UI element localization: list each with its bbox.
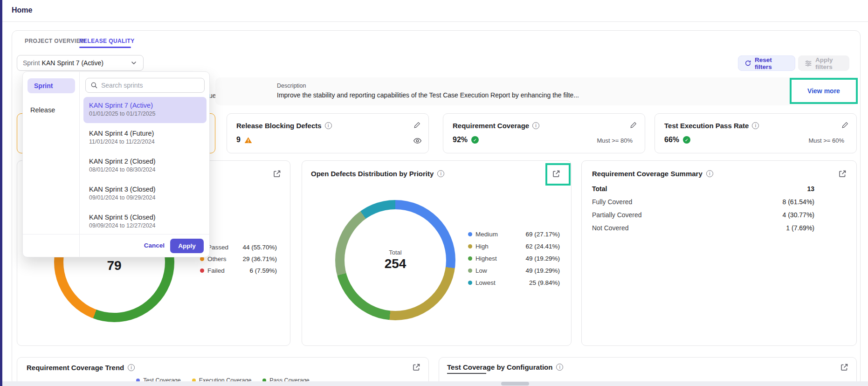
dropdown-category-release[interactable]: Release: [30, 106, 55, 114]
sprint-search-input[interactable]: [101, 82, 200, 89]
page: Home PROJECT OVERVIEW RELEASE QUALITY Sp…: [0, 0, 868, 386]
sprint-select-prefix: Sprint: [23, 59, 40, 67]
legend-dot: [200, 269, 204, 273]
kpi-card-test-execution-pass-rate: Test Execution Pass Ratei 66% ✓ Must >= …: [654, 113, 857, 153]
view-more-link[interactable]: View more: [807, 87, 840, 95]
page-title: Home: [12, 6, 32, 14]
donut-total-label: Total: [389, 249, 401, 256]
sprint-option-kan-sprint-3[interactable]: KAN Sprint 3 (Closed) 09/01/2024 to 09/2…: [83, 181, 207, 207]
legend-row: Medium69 (27.17%): [468, 231, 560, 238]
legend-row: Others29 (36.71%): [200, 255, 277, 262]
kpi-threshold: Must >= 60%: [808, 137, 844, 144]
reset-filters-button[interactable]: Reset filters: [738, 55, 795, 71]
legend-dot: [468, 281, 472, 285]
info-icon[interactable]: i: [325, 122, 332, 129]
highlight-box-expand-icon: [545, 163, 571, 186]
donut-legend: Passed44 (55.70%) Others29 (36.71%) Fail…: [200, 244, 277, 274]
window-edge-strip: [0, 0, 2, 386]
sprint-option-kan-sprint-2[interactable]: KAN Sprint 2 (Closed) 08/01/2024 to 08/3…: [83, 153, 207, 179]
refresh-icon: [744, 60, 751, 67]
edit-pencil-icon[interactable]: [841, 121, 849, 129]
kpi-card-release-blocking-defects: Release Blocking Defectsi 9: [227, 113, 429, 153]
donut-total-value: 79: [107, 258, 121, 273]
description-text: Improve the stability and reporting capa…: [277, 91, 579, 99]
top-bar: Home: [2, 0, 868, 22]
description-box: Description Improve the stability and re…: [215, 77, 857, 105]
legend-row: High62 (24.41%): [468, 243, 560, 250]
chart-title: Requirement Coverage Summary: [592, 170, 703, 178]
active-tab-underline: [79, 47, 131, 48]
legend-dot: [200, 257, 204, 261]
legend-dot: [468, 269, 472, 273]
external-link-icon[interactable]: [840, 363, 849, 372]
external-link-icon[interactable]: [272, 169, 282, 179]
dropdown-footer: Cancel Apply: [23, 234, 209, 257]
dropdown-category-rail: Sprint Release: [23, 72, 80, 257]
external-link-icon[interactable]: [412, 363, 421, 372]
tab-project-overview[interactable]: PROJECT OVERVIEW: [25, 38, 86, 44]
kpi-title: Requirement Coverage: [453, 122, 529, 130]
apply-filters-button[interactable]: Apply filters: [798, 55, 849, 71]
donut-center: Total 254: [344, 209, 446, 311]
edit-pencil-icon[interactable]: [413, 121, 421, 129]
chart-card-requirement-coverage-summary: Requirement Coverage Summaryi Total13 Fu…: [581, 160, 857, 346]
open-defects-donut: Total 254: [335, 200, 455, 320]
sprint-option-kan-sprint-4[interactable]: KAN Sprint 4 (Future) 11/01/2024 to 11/2…: [83, 125, 207, 151]
sprint-option-kan-sprint-7[interactable]: KAN Sprint 7 (Active) 01/01/2025 to 01/1…: [83, 97, 207, 123]
cancel-button[interactable]: Cancel: [144, 242, 165, 249]
kpi-title: Release Blocking Defects: [236, 122, 322, 130]
info-icon[interactable]: i: [706, 170, 713, 177]
info-icon[interactable]: i: [752, 122, 759, 129]
info-icon[interactable]: i: [437, 170, 444, 177]
legend-dot: [468, 244, 472, 248]
summary-row: Fully Covered8 (61.54%): [592, 195, 814, 208]
chart-title: Test Coverage by Configuration: [447, 363, 552, 371]
highlight-box-view-more: View more: [790, 78, 858, 104]
legend-row: Low49 (19.29%): [468, 267, 560, 274]
sprint-option-kan-sprint-5[interactable]: KAN Sprint 5 (Closed) 09/09/2024 to 12/2…: [83, 209, 207, 235]
legend-row: Failed6 (7.59%): [200, 267, 277, 274]
summary-row: Not Covered1 (7.69%): [592, 221, 814, 234]
sprint-select[interactable]: Sprint KAN Sprint 7 (Active): [17, 55, 144, 71]
description-label: Description: [277, 83, 306, 89]
summary-row: Partially Covered4 (30.77%): [592, 208, 814, 221]
apply-button[interactable]: Apply: [170, 239, 204, 253]
legend-dot: [468, 232, 472, 236]
warning-icon: [244, 137, 252, 144]
summary-row: Total13: [592, 182, 814, 195]
check-circle-icon: ✓: [471, 136, 479, 144]
external-link-icon[interactable]: [838, 169, 847, 179]
sprint-search-box: [85, 78, 205, 93]
donut-legend: Medium69 (27.17%) High62 (24.41%) Highes…: [468, 231, 560, 286]
dropdown-category-sprint[interactable]: Sprint: [28, 78, 75, 93]
info-icon[interactable]: i: [532, 122, 539, 129]
sprint-select-value: KAN Sprint 7 (Active): [42, 59, 103, 67]
sprint-dropdown-panel: Sprint Release KAN Sprint 7 (Active) 01/…: [22, 71, 210, 257]
check-circle-icon: ✓: [683, 136, 690, 144]
tab-release-quality[interactable]: RELEASE QUALITY: [79, 38, 135, 44]
kpi-value: 66%: [664, 136, 679, 144]
chart-title: Open Defects Distribution by Priority: [311, 170, 434, 178]
horizontal-scrollbar-track[interactable]: [2, 381, 868, 386]
info-icon[interactable]: i: [128, 364, 135, 371]
donut-total-value: 254: [385, 256, 406, 271]
chart-title: Requirement Coverage Trend: [27, 364, 124, 372]
kpi-value: 9: [236, 136, 241, 144]
chart-card-open-defects: Open Defects Distribution by Priorityi T…: [302, 160, 572, 346]
kpi-title: Test Execution Pass Rate: [664, 122, 749, 130]
apply-filters-label: Apply filters: [815, 56, 843, 70]
eye-icon[interactable]: [413, 137, 422, 145]
horizontal-scrollbar-thumb[interactable]: [501, 382, 529, 386]
search-icon: [90, 82, 98, 89]
reset-filters-label: Reset filters: [755, 56, 789, 70]
edit-pencil-icon[interactable]: [630, 121, 637, 129]
legend-dot: [468, 256, 472, 261]
title-underline: [447, 373, 486, 374]
kpi-threshold: Must >= 80%: [597, 137, 633, 144]
legend-row: Lowest25 (9.84%): [468, 279, 560, 286]
info-icon[interactable]: i: [556, 364, 563, 371]
kpi-card-requirement-coverage: Requirement Coveragei 92% ✓ Must >= 80%: [443, 113, 645, 153]
sliders-icon: [805, 60, 812, 67]
summary-table: Total13 Fully Covered8 (61.54%) Partiall…: [592, 182, 814, 234]
legend-row: Passed44 (55.70%): [200, 244, 277, 251]
